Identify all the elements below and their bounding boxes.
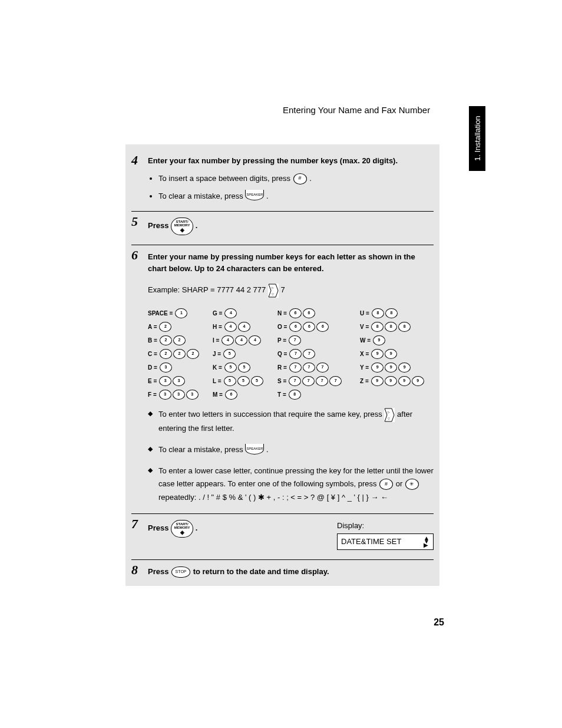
number-key-icon: 8 [385, 308, 398, 318]
number-key-icon: 4 [224, 308, 237, 318]
number-key-icon: 7 [302, 376, 315, 386]
content-panel: 4 Enter your fax number by pressing the … [125, 144, 439, 586]
step-number: 4 [131, 153, 138, 168]
char-entry: L =555 [213, 376, 277, 386]
step-number: 8 [131, 562, 138, 578]
char-entry: C =222 [148, 349, 213, 359]
number-key-icon: 7 [289, 335, 301, 345]
char-entry: O =666 [277, 322, 360, 332]
step-5: 5 Press START/ MEMORY ◈ . [131, 211, 434, 235]
hash-key-icon: # [379, 479, 393, 490]
number-key-icon: 8 [398, 322, 411, 332]
number-key-icon: 8 [371, 322, 384, 332]
char-entry: H =44 [213, 322, 277, 332]
char-entry [360, 390, 442, 400]
char-entry: P =7 [277, 335, 360, 345]
svg-text:▷: ▷ [272, 286, 274, 289]
number-key-icon: 6 [289, 308, 302, 318]
number-key-icon: 2 [160, 335, 172, 345]
svg-text:▽: ▽ [388, 417, 390, 420]
char-entry: T =8 [277, 390, 360, 400]
char-entry: Q =77 [277, 349, 360, 359]
char-entry: Y =999 [360, 363, 442, 373]
number-key-icon: 6 [316, 322, 329, 332]
number-key-icon: 7 [289, 376, 301, 386]
number-key-icon: 7 [289, 363, 302, 373]
char-entry: G =4 [213, 308, 277, 318]
number-key-icon: 5 [224, 363, 237, 373]
number-key-icon: 3 [159, 376, 171, 386]
char-entry: B =22 [148, 335, 213, 345]
number-key-icon: 5 [237, 376, 250, 386]
char-entry: SPACE =1 [148, 308, 213, 318]
char-entry: M =6 [213, 390, 277, 400]
char-entry: I =444 [213, 335, 277, 345]
number-key-icon: 5 [238, 363, 250, 373]
display-text: DATE&TIME SET [341, 536, 401, 548]
step-6-note-2: To clear a mistake, press SPEAKER . [148, 443, 434, 456]
step-6-note-3: To enter a lower case letter, continue p… [148, 465, 434, 503]
number-key-icon: 6 [303, 322, 315, 332]
number-key-icon: 5 [224, 376, 236, 386]
number-key-icon: 9 [412, 376, 424, 386]
char-entry: R =777 [277, 363, 360, 373]
step-4-bullet-1: To insert a space between digits, press … [158, 173, 434, 185]
number-key-icon: 3 [160, 363, 172, 373]
star-key-icon: ✳ [405, 479, 419, 490]
hash-key-icon: # [293, 173, 307, 185]
number-key-icon: 3 [159, 390, 171, 400]
number-key-icon: 7 [316, 363, 329, 373]
number-key-icon: 2 [160, 349, 172, 359]
number-key-icon: 9 [385, 349, 397, 359]
number-key-icon: 6 [225, 390, 237, 400]
number-key-icon: 7 [289, 349, 302, 359]
right-arrow-key-icon: ▷▽ [268, 284, 279, 298]
number-key-icon: 9 [371, 363, 384, 373]
page-number: 25 [434, 617, 444, 628]
step-6-heading: Enter your name by pressing number keys … [148, 251, 434, 274]
step-7: 7 Press START/ MEMORY ◈ . Display: DATE&… [131, 513, 434, 550]
step-number: 6 [131, 248, 138, 263]
char-entry: F =333 [148, 390, 213, 400]
display-lcd: DATE&TIME SET ▲▼▶ [337, 533, 434, 550]
step-number: 7 [131, 516, 138, 532]
speaker-key-icon: SPEAKER [245, 444, 264, 454]
stop-key-icon: STOP [171, 566, 190, 578]
press-label: Press [148, 523, 171, 532]
number-key-icon: 1 [175, 308, 187, 318]
number-key-icon: 2 [187, 349, 199, 359]
number-key-icon: 9 [398, 363, 411, 373]
start-memory-key-icon: START/ MEMORY ◈ [171, 520, 193, 538]
number-key-icon: 5 [251, 376, 263, 386]
svg-text:▷: ▷ [388, 410, 390, 414]
speaker-key-icon: SPEAKER [245, 190, 264, 200]
number-key-icon: 2 [173, 335, 186, 345]
char-entry: N =66 [277, 308, 360, 318]
number-key-icon: 2 [173, 349, 186, 359]
number-key-icon: 4 [238, 322, 250, 332]
number-key-icon: 7 [303, 349, 315, 359]
char-entry: Z =9999 [360, 376, 442, 386]
number-key-icon: 9 [371, 376, 384, 386]
number-key-icon: 3 [173, 376, 185, 386]
character-chart: SPACE =1G =4N =66U =88A =2H =44O =666V =… [148, 308, 434, 400]
char-entry: K =55 [213, 363, 277, 373]
char-entry: X =99 [360, 349, 442, 359]
page: Entering Your Name and Fax Number 1. Ins… [0, 0, 562, 728]
number-key-icon: 7 [316, 376, 328, 386]
step-4-bullet-2: To clear a mistake, press SPEAKER . [158, 190, 434, 202]
step-6: 6 Enter your name by pressing number key… [131, 245, 434, 503]
number-key-icon: 5 [223, 349, 236, 359]
char-entry: S =7777 [277, 376, 360, 386]
number-key-icon: 2 [159, 322, 171, 332]
number-key-icon: 9 [385, 376, 397, 386]
number-key-icon: 9 [371, 349, 384, 359]
number-key-icon: 4 [222, 335, 234, 345]
char-entry: J =5 [213, 349, 277, 359]
right-arrow-key-icon: ▷▽ [384, 408, 395, 422]
char-entry: V =888 [360, 322, 442, 332]
char-entry: D =3 [148, 363, 213, 373]
number-key-icon: 3 [186, 390, 199, 400]
number-key-icon: 4 [224, 322, 237, 332]
step-4-heading: Enter your fax number by pressing the nu… [148, 155, 434, 167]
